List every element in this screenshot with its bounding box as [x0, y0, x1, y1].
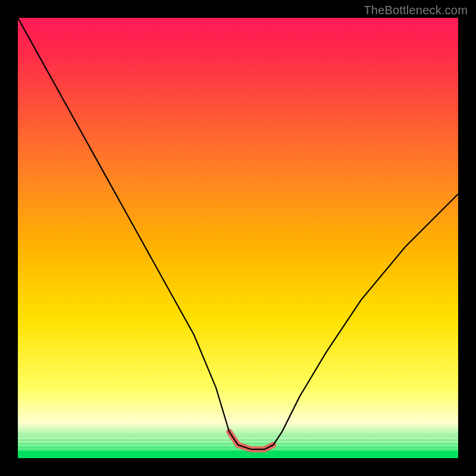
tone-stripe — [18, 441, 458, 443]
gradient-background — [18, 18, 458, 458]
chart-frame: TheBottleneck.com — [0, 0, 476, 476]
plot-area — [18, 18, 458, 458]
watermark-text: TheBottleneck.com — [364, 4, 468, 17]
tone-stripe — [18, 444, 458, 446]
green-band — [18, 451, 458, 458]
tone-stripe — [18, 437, 458, 439]
tone-stripe — [18, 448, 458, 450]
